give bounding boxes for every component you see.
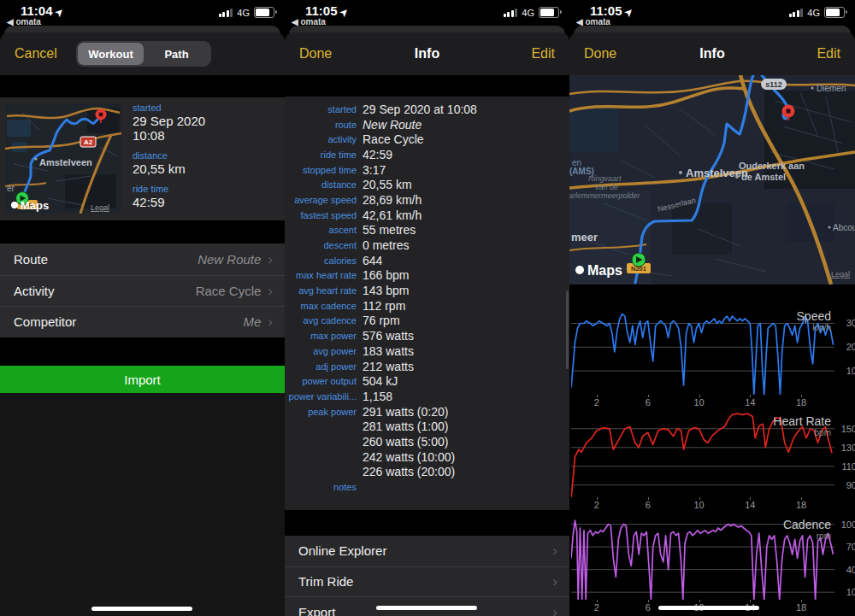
info-value: 183 watts: [363, 344, 414, 358]
info-value: 28,69 km/h: [363, 193, 422, 207]
field-label: distance: [133, 150, 205, 161]
row-value: New Route: [198, 252, 261, 267]
y-tick-label: 70: [838, 542, 855, 552]
setting-row-activity[interactable]: ActivityRace Cycle›: [0, 275, 285, 307]
row-value: Me: [243, 314, 261, 329]
info-value: Race Cycle: [363, 132, 424, 146]
cancel-button[interactable]: Cancel: [15, 46, 57, 62]
info-row: 242 watts (10:00): [285, 449, 569, 465]
info-value: 42,61 km/h: [363, 208, 422, 222]
info-label: average speed: [285, 195, 363, 205]
chart-title: Speed: [723, 309, 831, 323]
status-bar: 11:05➤ ◀ omata 4G: [569, 0, 855, 26]
route-map[interactable]: s112 Diemen Amstelveen Ouderkerk aan de …: [569, 75, 855, 285]
segment-path[interactable]: Path: [144, 43, 209, 65]
import-screen: 11:04➤ ◀ omata 4G Cancel Workout Path: [0, 0, 285, 616]
cellular-signal-icon: [504, 9, 518, 17]
footer-row-online-explorer[interactable]: Online Explorer›: [285, 536, 569, 566]
y-tick-label: 110: [838, 461, 855, 472]
info-value: 166 bpm: [363, 268, 409, 282]
info-value: 29 Sep 2020 at 10:08: [363, 103, 477, 116]
field-value: 10:08: [133, 128, 205, 143]
nav-bar: Done Info Edit: [569, 32, 855, 75]
footer-row-trim-ride[interactable]: Trim Ride›: [285, 566, 569, 597]
info-row: max cadence112 rpm: [285, 298, 569, 314]
info-value: 291 watts (0:20): [363, 405, 448, 419]
info-label: activity: [285, 134, 363, 144]
info-row: 226 watts (20:00): [285, 465, 569, 480]
chart-unit-label: rpm: [723, 531, 831, 541]
chart-unit-label: bpm: [723, 428, 831, 437]
info-row: avg heart rate143 bpm: [285, 283, 569, 298]
svg-text:van de: van de: [595, 183, 618, 191]
page-title: Info: [569, 46, 855, 62]
info-value: New Route: [363, 118, 422, 132]
edit-button[interactable]: Edit: [817, 46, 840, 62]
x-tick-label: 18: [793, 602, 810, 613]
nav-bar: Done Info Edit: [285, 32, 569, 75]
scrollbar[interactable]: [566, 290, 569, 369]
info-label: ride time: [285, 150, 363, 160]
status-bar: 11:05➤ ◀ omata 4G: [285, 0, 569, 26]
info-value: 576 watts: [363, 329, 414, 343]
x-tick-label: 6: [640, 602, 657, 613]
setting-row-route[interactable]: RouteNew Route›: [0, 243, 285, 275]
info-label: notes: [285, 482, 363, 492]
home-indicator[interactable]: [91, 607, 192, 611]
status-bar: 11:04➤ ◀ omata 4G: [0, 0, 285, 26]
info-label: power variabili...: [285, 391, 363, 402]
footer-rows: Online Explorer›Trim Ride›Export›Explore…: [285, 536, 569, 616]
chevron-right-icon: ›: [552, 543, 557, 558]
svg-text:Maps: Maps: [21, 199, 49, 212]
info-row: avg power183 watts: [285, 343, 569, 359]
setting-row-competitor[interactable]: CompetitorMe›: [0, 306, 285, 337]
home-indicator[interactable]: [658, 606, 759, 610]
info-row: distance20,55 km: [285, 177, 569, 192]
import-button[interactable]: Import: [0, 366, 285, 393]
nav-bar: Cancel Workout Path: [0, 32, 285, 75]
x-tick-label: 2: [588, 397, 605, 408]
map-label-abcou: Abcou: [833, 223, 855, 232]
info-value: 0 metres: [363, 238, 409, 252]
field-label: started: [133, 103, 205, 113]
cellular-signal-icon: [219, 9, 233, 17]
clock: 11:04➤: [21, 3, 63, 18]
map-label-ouderkerk-1: Ouderkerk aan: [739, 161, 805, 171]
map-label-meer: meer: [571, 231, 598, 243]
info-value: 20,55 km: [363, 178, 412, 191]
info-value: 212 watts: [363, 360, 414, 373]
row-label: Activity: [14, 284, 196, 298]
chevron-right-icon: ›: [268, 284, 273, 298]
svg-text:A2: A2: [84, 138, 93, 146]
home-indicator[interactable]: [376, 606, 477, 610]
field-label: ride time: [133, 184, 205, 194]
info-value: 504 kJ: [363, 374, 398, 388]
chart-title: Cadence: [723, 518, 831, 531]
detail-screen: 11:05➤ ◀ omata 4G Done Info Edit: [569, 0, 855, 616]
info-value: 3:17: [363, 163, 386, 177]
network-type: 4G: [807, 8, 820, 18]
segment-workout[interactable]: Workout: [78, 43, 144, 65]
svg-text:s112: s112: [765, 80, 782, 89]
legal-link[interactable]: Legal: [831, 270, 850, 279]
clock: 11:05➤: [305, 3, 348, 18]
workout-summary-card: A2 Amstelveen er N201: [0, 97, 285, 220]
info-row: power variabili...1,158: [285, 389, 569, 404]
network-type: 4G: [522, 8, 534, 18]
row-label: Route: [14, 252, 198, 267]
edit-button[interactable]: Edit: [531, 46, 555, 62]
map-label-amstelveen: Amstelveen: [39, 157, 92, 167]
x-tick-label: 14: [741, 500, 758, 510]
map-label-ouderkerk-2: de Amstel: [741, 172, 786, 182]
legal-link[interactable]: Legal: [91, 203, 109, 212]
info-row: ascent55 metres: [285, 223, 569, 238]
cellular-signal-icon: [789, 9, 804, 17]
location-arrow-icon: ➤: [622, 6, 635, 20]
info-row: max heart rate166 bpm: [285, 268, 569, 284]
x-tick-label: 18: [793, 500, 810, 510]
x-tick-label: 6: [640, 397, 657, 408]
battery-icon: [824, 7, 845, 18]
map-label-diemen: Diemen: [817, 84, 846, 93]
field-value: 42:59: [133, 195, 205, 209]
route-map-thumbnail[interactable]: A2 Amstelveen er N201: [5, 104, 121, 214]
